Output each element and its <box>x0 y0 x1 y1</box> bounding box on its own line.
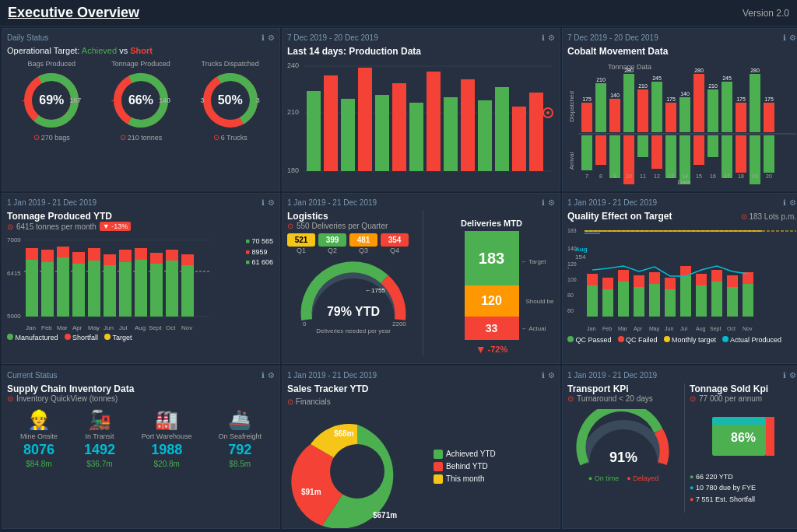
logistics-panel: 1 Jan 2019 - 21 Dec 2019 ℹ ⚙ Logistics ⊙… <box>282 193 560 364</box>
donut1-center: 69% <box>39 93 64 107</box>
svg-rect-111 <box>41 262 54 317</box>
settings-icon-5[interactable]: ⚙ <box>548 198 555 207</box>
panel6-section: 1 Jan 2019 - 21 Dec 2019 <box>567 198 657 207</box>
tonnage-gauge: 86% <box>690 409 796 471</box>
seafreight-icon: 🚢 <box>228 409 251 431</box>
svg-text:280: 280 <box>750 68 760 73</box>
donut2-bottom: ⊙ 210 tonnes <box>120 133 163 142</box>
q4-box: 354 Q4 <box>381 233 409 254</box>
svg-rect-46 <box>581 103 592 132</box>
svg-rect-177 <box>743 272 753 284</box>
tonnage-line2: ● 10 780 due by FYE <box>690 482 796 493</box>
info-icon-9[interactable]: ℹ <box>783 371 786 380</box>
settings-icon-2[interactable]: ⚙ <box>548 33 555 42</box>
info-icon-5[interactable]: ℹ <box>542 198 545 207</box>
settings-icon-6[interactable]: ⚙ <box>789 198 796 207</box>
svg-rect-83 <box>707 135 718 157</box>
q2-label: Q2 <box>318 247 346 254</box>
legend-actual: Actual Produced <box>722 336 781 344</box>
q3-label: Q3 <box>349 247 377 254</box>
deliveries-should-label: Should be <box>525 298 553 305</box>
panel3-title: Cobalt Movement Data <box>567 46 796 57</box>
production-chart: 240 210 180 <box>287 60 555 177</box>
svg-text:91%: 91% <box>609 450 637 465</box>
settings-icon-7[interactable]: ⚙ <box>268 371 275 380</box>
donut2-label: Tonnage Produced <box>111 60 170 68</box>
donut3-center: 50% <box>218 93 243 107</box>
info-icon-4[interactable]: ℹ <box>262 198 265 207</box>
svg-rect-113 <box>57 257 69 317</box>
donut1-container: 69% -83 187 <box>20 69 83 131</box>
panel7-sub: ⊙ Inventory QuickView (tonnes) <box>7 394 275 403</box>
panel7-section: Current Status <box>7 371 57 380</box>
svg-text:210: 210 <box>638 83 648 89</box>
transit-val: $36.7m <box>86 460 112 468</box>
legend-thismonth: This month <box>434 474 496 484</box>
page-title: Executive Overview <box>8 5 139 21</box>
info-icon-3[interactable]: ℹ <box>783 33 786 42</box>
svg-text:16: 16 <box>710 173 716 179</box>
svg-rect-57 <box>736 103 746 132</box>
svg-rect-124 <box>135 248 147 260</box>
svg-text:$91m: $91m <box>301 488 321 496</box>
panel9-section: 1 Jan 2019 - 21 Dec 2019 <box>567 371 657 380</box>
q2-val: 399 <box>318 233 346 247</box>
logistics-content: Logistics ⊙ 550 Deliveries per Quarter 5… <box>287 211 555 348</box>
q1-box: 521 Q1 <box>287 233 315 254</box>
info-icon[interactable]: ℹ <box>262 33 265 42</box>
quality-panel: 1 Jan 2019 - 21 Dec 2019 ℹ ⚙ Quality Eff… <box>562 193 797 364</box>
legend-behind: Behind YTD <box>434 462 496 471</box>
svg-text:17: 17 <box>724 173 730 179</box>
mine-val: $84.8m <box>26 460 51 468</box>
settings-icon-4[interactable]: ⚙ <box>268 198 275 207</box>
deliveries-target-label: ← Target <box>521 258 546 265</box>
version: Version 2.0 <box>743 8 789 19</box>
svg-rect-162 <box>634 287 644 317</box>
svg-rect-130 <box>181 254 194 265</box>
donut1-bottom: ⊙ 270 bags <box>33 133 70 142</box>
mine-num: 8076 <box>23 442 54 458</box>
svg-point-191 <box>330 444 384 499</box>
delayed-label: ● Delayed <box>627 474 658 482</box>
svg-rect-24 <box>512 107 526 171</box>
svg-text:11: 11 <box>640 173 646 179</box>
transport-sub: Turnaround < 20 days <box>577 394 653 403</box>
warehouse-label: Port Warehouse <box>142 432 192 440</box>
svg-text:7: 7 <box>585 173 588 179</box>
svg-text:0: 0 <box>303 320 307 327</box>
header: Executive Overview Version 2.0 <box>0 0 797 26</box>
svg-text:80: 80 <box>567 292 574 298</box>
settings-icon[interactable]: ⚙ <box>268 33 275 42</box>
svg-text:10: 10 <box>626 173 632 179</box>
svg-rect-126 <box>150 253 163 264</box>
svg-rect-159 <box>602 278 613 289</box>
svg-rect-157 <box>587 274 598 285</box>
info-icon-2[interactable]: ℹ <box>542 33 545 42</box>
tonnage-lines: ● 66 220 YTD ● 10 780 due by FYE ● 7 551… <box>690 471 796 505</box>
svg-text:154: 154 <box>575 254 586 261</box>
q4-label: Q4 <box>381 247 409 254</box>
settings-icon-9[interactable]: ⚙ <box>789 371 796 380</box>
svg-rect-198 <box>712 417 774 425</box>
cobalt-chart: Tonnage Data Dispatched Arrival <box>567 60 796 184</box>
mine-label: Mine Onsite <box>20 432 58 440</box>
svg-rect-25 <box>529 93 543 171</box>
settings-icon-8[interactable]: ⚙ <box>548 371 555 380</box>
donut3-bottom: ⊙ 6 Trucks <box>213 133 248 142</box>
svg-text:245: 245 <box>652 75 662 81</box>
info-icon-6[interactable]: ℹ <box>783 198 786 207</box>
panel2-title: Last 14 days: Production Data <box>287 46 555 57</box>
svg-text:Dispatched: Dispatched <box>568 91 575 122</box>
svg-rect-112 <box>41 250 54 262</box>
settings-icon-3[interactable]: ⚙ <box>789 33 796 42</box>
panel5-section: 1 Jan 2019 - 21 Dec 2019 <box>287 198 377 207</box>
svg-rect-50 <box>637 89 648 132</box>
svg-text:Jun: Jun <box>104 324 114 331</box>
svg-text:Feb: Feb <box>602 326 612 331</box>
svg-rect-14 <box>341 99 355 171</box>
svg-rect-153 <box>585 233 600 234</box>
info-icon-7[interactable]: ℹ <box>262 371 265 380</box>
info-icon-8[interactable]: ℹ <box>542 371 545 380</box>
panel3-section: 7 Dec 2019 - 20 Dec 2019 <box>567 33 658 42</box>
tonnage-line1: ● 66 220 YTD <box>690 471 796 482</box>
